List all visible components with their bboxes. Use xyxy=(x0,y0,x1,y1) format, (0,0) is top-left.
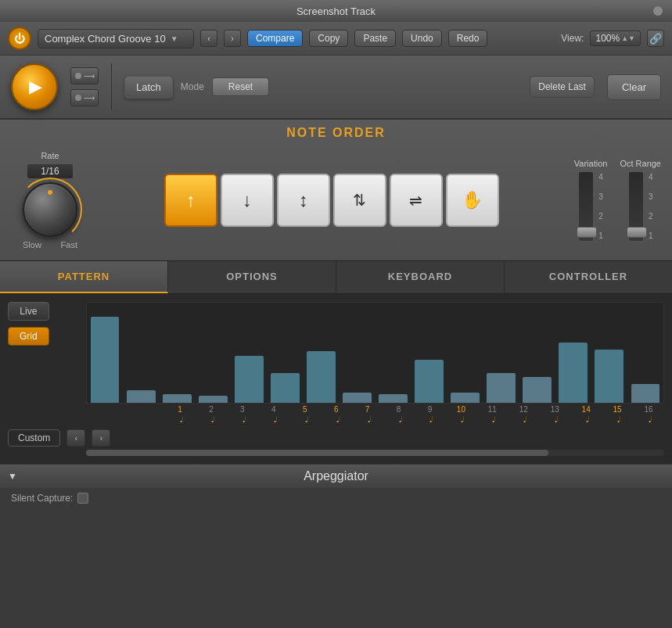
collapse-arrow[interactable]: ▼ xyxy=(8,471,17,482)
note-icon-7[interactable]: 𝅘𝅥 xyxy=(352,415,383,425)
mode-value[interactable]: Reset xyxy=(212,77,269,96)
note-icon-8[interactable]: 𝅘𝅥 xyxy=(383,415,415,425)
tab-pattern[interactable]: PATTERN xyxy=(0,261,168,293)
variation-slider[interactable] xyxy=(578,171,594,242)
dir-button-chord[interactable]: ✋ xyxy=(446,174,499,227)
bar-col-8[interactable] xyxy=(339,393,375,403)
latch-button[interactable]: Latch xyxy=(124,76,173,99)
preset-name: Complex Chord Groove 10 xyxy=(45,33,166,45)
bar-col-12[interactable] xyxy=(483,373,519,404)
random-icon: ⇌ xyxy=(409,191,422,210)
hand-icon: ✋ xyxy=(462,190,483,210)
bar-num-3: 3 xyxy=(227,405,258,414)
dir-button-random[interactable]: ⇌ xyxy=(390,174,443,227)
custom-button[interactable]: Custom xyxy=(8,429,60,447)
pattern-scrollbar[interactable] xyxy=(86,450,664,456)
chevron-down-icon: ▼ xyxy=(171,34,178,43)
variation-thumb[interactable] xyxy=(577,227,597,238)
note-icon-3[interactable]: 𝅘𝅥 xyxy=(227,415,258,425)
oct-range-labels: 4 3 2 1 xyxy=(649,171,653,242)
play-button[interactable]: ▶ xyxy=(11,63,58,110)
note-icon-12[interactable]: 𝅘𝅥 xyxy=(508,415,539,425)
bar-col-16[interactable] xyxy=(627,384,663,403)
dir-button-alt[interactable]: ⇅ xyxy=(333,174,386,227)
bar-num-11: 11 xyxy=(476,405,508,414)
record-dot-icon xyxy=(75,73,81,79)
dir-button-down[interactable]: ↓ xyxy=(221,174,274,227)
bar-col-15[interactable] xyxy=(591,350,627,403)
note-order-title: NOTE ORDER xyxy=(0,120,672,146)
record-button-1[interactable]: ⟶ xyxy=(70,67,99,84)
oct-range-thumb[interactable] xyxy=(627,227,647,238)
view-value[interactable]: 100% ▲▼ xyxy=(590,31,641,46)
bottom-bar: ▼ Arpeggiator xyxy=(0,464,672,488)
oct-range-slider-container: 4 3 2 1 xyxy=(628,171,653,242)
note-icon-5[interactable]: 𝅘𝅥 xyxy=(289,415,321,425)
paste-button[interactable]: Paste xyxy=(354,30,396,47)
bar-col-9[interactable] xyxy=(376,394,411,403)
variation-labels: 4 3 2 1 xyxy=(598,171,603,242)
bar-num-14: 14 xyxy=(570,405,602,414)
clear-button[interactable]: Clear xyxy=(607,74,661,100)
note-icon-10[interactable]: 𝅘𝅥 xyxy=(445,415,476,425)
link-button[interactable]: 🔗 xyxy=(647,30,664,47)
bar-chart xyxy=(86,302,664,404)
nav-forward-button[interactable]: › xyxy=(224,30,241,47)
note-icon-1[interactable]: 𝅘𝅥 xyxy=(164,415,196,425)
dir-button-up[interactable]: ↑ xyxy=(164,174,217,227)
delete-last-button[interactable]: Delete Last xyxy=(530,76,595,98)
nav-back-button[interactable]: ‹ xyxy=(200,30,217,47)
note-icon-16[interactable]: 𝅘𝅥 xyxy=(633,415,664,425)
note-icon-13[interactable]: 𝅘𝅥 xyxy=(539,415,570,425)
copy-button[interactable]: Copy xyxy=(309,30,348,47)
note-icon-15[interactable]: 𝅘𝅥 xyxy=(602,415,633,425)
nav-next-button[interactable]: › xyxy=(92,429,110,447)
power-button[interactable]: ⏻ xyxy=(8,27,31,50)
note-icon-2[interactable]: 𝅘𝅥 xyxy=(196,415,227,425)
tab-controller[interactable]: CONTROLLER xyxy=(505,261,672,293)
silent-capture-row: Silent Capture: xyxy=(0,488,672,508)
bar-col-3[interactable] xyxy=(159,394,195,403)
scrollbar-thumb[interactable] xyxy=(86,450,548,456)
note-icon-6[interactable]: 𝅘𝅥 xyxy=(321,415,352,425)
live-button[interactable]: Live xyxy=(8,302,49,321)
bar-col-6[interactable] xyxy=(267,373,303,404)
silent-capture-label: Silent Capture: xyxy=(11,493,73,504)
undo-button[interactable]: Undo xyxy=(402,30,442,47)
bar-num-6: 6 xyxy=(321,405,352,414)
bar-numbers: 12345678910111213141516 xyxy=(164,405,664,414)
preset-dropdown[interactable]: Complex Chord Groove 10 ▼ xyxy=(38,29,194,48)
nav-prev-button[interactable]: ‹ xyxy=(66,429,85,447)
dir-button-updown[interactable]: ↕ xyxy=(277,174,330,227)
compare-button[interactable]: Compare xyxy=(247,30,303,47)
bar-col-14[interactable] xyxy=(555,343,591,403)
bar-col-5[interactable] xyxy=(231,356,267,404)
stepper-icon: ▲▼ xyxy=(621,34,635,42)
bar-num-2: 2 xyxy=(196,405,227,414)
oct-range-slider[interactable] xyxy=(628,171,644,242)
note-icon-4[interactable]: 𝅘𝅥 xyxy=(258,415,289,425)
silent-capture-checkbox[interactable] xyxy=(77,493,88,504)
rate-value[interactable]: 1/16 xyxy=(27,163,74,179)
variation-slider-container: 4 3 2 1 xyxy=(578,171,603,242)
bar-col-1[interactable] xyxy=(87,317,123,403)
note-icon-14[interactable]: 𝅘𝅥 xyxy=(570,415,602,425)
bar-num-12: 12 xyxy=(508,405,539,414)
record-buttons: ⟶ ⟶ xyxy=(70,67,99,106)
tab-options[interactable]: OPTIONS xyxy=(168,261,336,293)
note-icon-11[interactable]: 𝅘𝅥 xyxy=(476,415,508,425)
arrow-icon: ⟶ xyxy=(84,72,95,81)
bar-col-13[interactable] xyxy=(519,377,555,403)
bar-col-7[interactable] xyxy=(303,351,339,403)
close-button[interactable] xyxy=(653,6,663,16)
bar-col-10[interactable] xyxy=(411,360,447,403)
note-icon-9[interactable]: 𝅘𝅥 xyxy=(415,415,446,425)
tab-keyboard[interactable]: KEYBOARD xyxy=(336,261,505,293)
record-button-2[interactable]: ⟶ xyxy=(70,89,99,106)
bar-col-2[interactable] xyxy=(123,390,159,404)
redo-button[interactable]: Redo xyxy=(448,30,488,47)
bar-col-11[interactable] xyxy=(447,393,483,403)
pattern-area: Live Grid 12345678910111213141516 𝅘𝅥𝅘𝅥𝅘𝅥… xyxy=(0,294,672,464)
grid-button[interactable]: Grid xyxy=(8,327,49,346)
bar-col-4[interactable] xyxy=(195,396,231,403)
